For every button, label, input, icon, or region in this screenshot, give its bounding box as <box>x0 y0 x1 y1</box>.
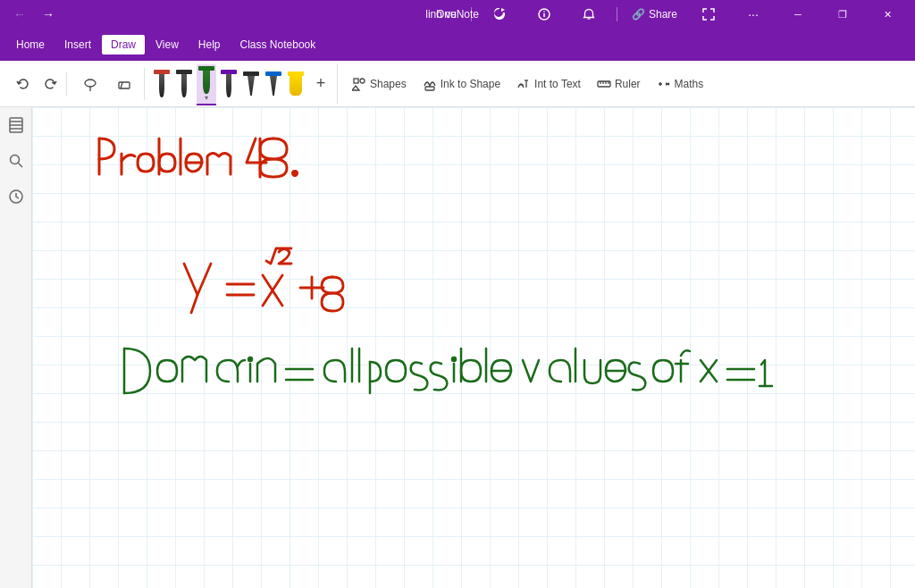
draw-tools-group: Shapes Ink to Shape Int to Text Ruler Ma… <box>341 68 714 100</box>
menu-view[interactable]: View <box>147 35 188 55</box>
pen-2[interactable] <box>174 68 194 99</box>
svg-point-40 <box>248 357 252 361</box>
redo-button[interactable] <box>38 71 63 97</box>
undo-button[interactable] <box>11 71 36 97</box>
selection-group <box>71 68 145 100</box>
svg-point-5 <box>85 80 96 87</box>
svg-point-29 <box>10 155 19 164</box>
ink-to-text-button[interactable]: Int to Text <box>509 68 588 100</box>
svg-point-46 <box>452 357 456 361</box>
menu-home[interactable]: Home <box>7 35 54 55</box>
close-button[interactable]: ✕ <box>867 0 908 29</box>
sidebar-search-icon[interactable] <box>5 150 27 172</box>
bell-button[interactable] <box>568 0 609 29</box>
ruler-button[interactable]: Ruler <box>590 68 648 100</box>
ink-to-shape-button[interactable]: Ink to Shape <box>416 68 508 100</box>
pen-1[interactable] <box>152 68 172 99</box>
add-pen-button[interactable]: + <box>308 71 333 97</box>
info-button[interactable] <box>524 0 565 29</box>
svg-point-34 <box>293 172 298 176</box>
menu-help[interactable]: Help <box>189 35 230 55</box>
svg-rect-9 <box>354 79 358 83</box>
menu-class-notebook[interactable]: Class Notebook <box>231 35 325 55</box>
svg-marker-0 <box>501 8 505 12</box>
svg-point-3 <box>543 11 545 13</box>
menu-insert[interactable]: Insert <box>55 35 100 55</box>
svg-line-30 <box>18 164 22 168</box>
highlighter[interactable] <box>286 70 306 97</box>
marker-1[interactable] <box>241 70 261 97</box>
fullscreen-button[interactable] <box>688 0 729 29</box>
shapes-button[interactable]: Shapes <box>345 68 414 100</box>
more-options-button[interactable]: ··· <box>733 0 774 29</box>
lasso-button[interactable] <box>74 68 106 100</box>
eraser-button[interactable] <box>108 68 140 100</box>
titlebar-separator2 <box>617 7 617 21</box>
back-button[interactable]: ← <box>7 2 32 27</box>
sidebar <box>0 107 32 588</box>
toolbar: ▾ + Shapes Ink to Shape <box>0 61 915 107</box>
maths-button[interactable]: Maths <box>650 68 711 100</box>
svg-point-10 <box>360 79 365 83</box>
marker-2[interactable] <box>264 70 283 97</box>
sidebar-notebook-icon[interactable] <box>5 114 27 136</box>
pens-group: ▾ + <box>148 64 338 104</box>
forward-button[interactable]: → <box>36 2 61 27</box>
svg-rect-12 <box>425 87 434 90</box>
sidebar-history-icon[interactable] <box>5 186 27 207</box>
minimize-button[interactable]: ─ <box>777 0 818 29</box>
handwriting-layer <box>32 107 915 588</box>
pen-3-green[interactable]: ▾ <box>197 64 216 104</box>
share-button[interactable]: 🔗 Share <box>625 0 684 29</box>
pen-4[interactable] <box>219 68 239 99</box>
menubar: Home Insert Draw View Help Class Noteboo… <box>0 29 915 61</box>
svg-line-8 <box>121 82 122 88</box>
restore-button[interactable]: ❐ <box>822 0 863 29</box>
menu-draw[interactable]: Draw <box>102 35 145 55</box>
sync-button[interactable] <box>479 0 520 29</box>
app-title: OneNote <box>436 8 479 21</box>
canvas[interactable] <box>32 107 915 588</box>
undo-redo-group <box>7 71 67 97</box>
svg-marker-11 <box>352 86 359 90</box>
titlebar: ← → OneNote linh vu 🔗 Share ··· ─ ❐ ✕ <box>0 0 915 29</box>
